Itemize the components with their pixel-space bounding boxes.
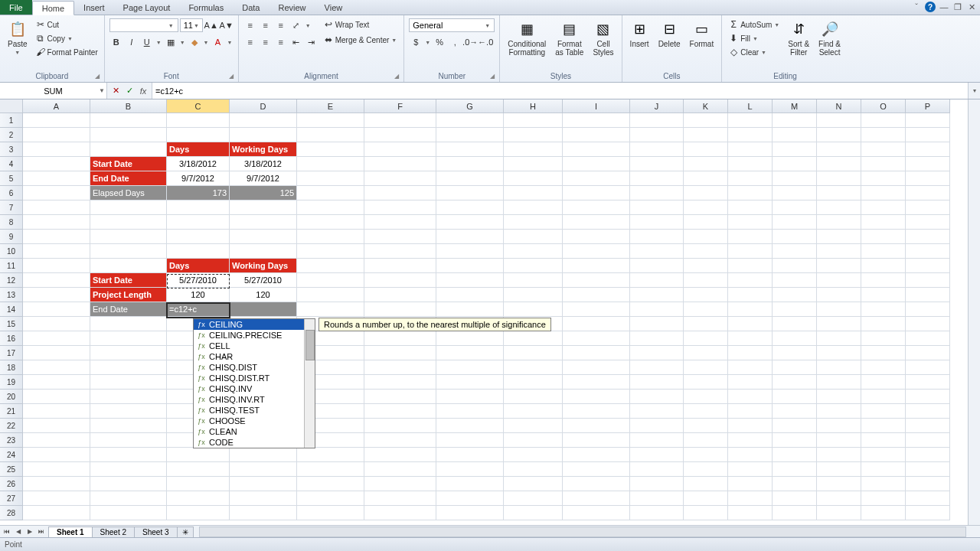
next-sheet-icon[interactable]: ▶	[24, 527, 35, 537]
column-header-F[interactable]: F	[364, 99, 436, 113]
row-header-21[interactable]: 21	[0, 404, 23, 419]
cell[interactable]	[728, 477, 773, 491]
cell[interactable]	[364, 273, 436, 288]
cell[interactable]	[364, 302, 436, 317]
cell[interactable]	[861, 186, 906, 201]
align-bottom-icon[interactable]: ≡	[274, 18, 288, 32]
cell[interactable]	[817, 113, 861, 128]
tab-review[interactable]: Review	[269, 0, 315, 15]
align-center-icon[interactable]: ≡	[259, 35, 273, 49]
cell[interactable]	[630, 448, 684, 462]
cell[interactable]	[861, 171, 906, 186]
cell[interactable]	[728, 215, 773, 230]
cell[interactable]	[90, 448, 167, 462]
cell[interactable]	[563, 142, 630, 157]
cell[interactable]	[684, 419, 728, 433]
cell[interactable]	[230, 113, 297, 128]
cell[interactable]	[436, 157, 504, 171]
cell[interactable]	[684, 186, 728, 201]
cell[interactable]: 173	[167, 186, 230, 201]
cell[interactable]	[297, 171, 364, 186]
cell[interactable]	[364, 375, 436, 390]
cell[interactable]	[728, 491, 773, 506]
cell[interactable]	[861, 113, 906, 128]
cell[interactable]	[23, 230, 90, 244]
cell[interactable]	[684, 317, 728, 331]
cell[interactable]	[728, 506, 773, 520]
cell[interactable]	[630, 201, 684, 215]
cell[interactable]	[773, 317, 817, 331]
cell[interactable]	[364, 360, 436, 375]
cell[interactable]	[861, 390, 906, 404]
cell[interactable]: Days	[167, 259, 230, 273]
cell[interactable]	[436, 506, 504, 520]
cell[interactable]	[817, 390, 861, 404]
cell[interactable]	[906, 448, 950, 462]
vertical-scrollbar[interactable]	[968, 99, 980, 525]
scrollbar[interactable]	[304, 319, 315, 448]
increase-indent-icon[interactable]: ⇥	[305, 35, 318, 49]
cell[interactable]	[906, 288, 950, 302]
new-sheet-button[interactable]: ✳	[177, 527, 194, 537]
cell[interactable]	[906, 215, 950, 230]
cell[interactable]	[630, 157, 684, 171]
autocomplete-item[interactable]: ƒxCHISQ.TEST	[194, 405, 315, 416]
cell[interactable]	[23, 142, 90, 157]
cell[interactable]	[630, 346, 684, 360]
cell[interactable]	[773, 171, 817, 186]
cell[interactable]	[684, 273, 728, 288]
cell[interactable]	[23, 186, 90, 201]
cell[interactable]	[817, 171, 861, 186]
column-headers[interactable]: ABCDEFGHIJKLMNOP	[23, 99, 950, 113]
cell[interactable]	[23, 477, 90, 491]
spreadsheet-grid[interactable]: ABCDEFGHIJKLMNOP 12345678910111213141516…	[0, 99, 980, 525]
cell[interactable]	[23, 273, 90, 288]
cell[interactable]	[817, 506, 861, 520]
clear-button[interactable]: ◇Clear▼	[727, 46, 782, 58]
cell[interactable]	[630, 259, 684, 273]
cell[interactable]	[773, 230, 817, 244]
cell[interactable]	[817, 491, 861, 506]
autocomplete-item[interactable]: ƒxCLEAN	[194, 426, 315, 437]
cell[interactable]	[773, 273, 817, 288]
bold-button[interactable]: B	[109, 35, 123, 49]
cell[interactable]	[684, 375, 728, 390]
cell[interactable]	[906, 230, 950, 244]
cell[interactable]	[630, 113, 684, 128]
cell[interactable]	[817, 317, 861, 331]
cell[interactable]	[728, 419, 773, 433]
cell[interactable]	[436, 346, 504, 360]
cell[interactable]	[90, 491, 167, 506]
paste-button[interactable]: 📋 Paste ▼	[5, 18, 31, 57]
sheet-tab-2[interactable]: Sheet 2	[92, 527, 135, 537]
cell[interactable]	[230, 215, 297, 230]
cell[interactable]	[364, 201, 436, 215]
cell[interactable]	[504, 506, 563, 520]
cell[interactable]	[504, 157, 563, 171]
cell[interactable]	[364, 259, 436, 273]
cell[interactable]	[728, 346, 773, 360]
cell[interactable]	[773, 346, 817, 360]
cell[interactable]	[906, 157, 950, 171]
column-header-C[interactable]: C	[167, 99, 230, 113]
cell[interactable]	[817, 331, 861, 346]
cell[interactable]	[861, 201, 906, 215]
conditional-formatting-button[interactable]: ▦Conditional Formatting	[505, 18, 549, 58]
cell[interactable]	[684, 491, 728, 506]
accounting-format-icon[interactable]: $	[409, 35, 423, 49]
cell[interactable]	[773, 215, 817, 230]
cell[interactable]	[297, 128, 364, 142]
cell[interactable]	[23, 259, 90, 273]
cell[interactable]	[861, 331, 906, 346]
cell[interactable]	[728, 360, 773, 375]
cell[interactable]	[684, 433, 728, 448]
cell[interactable]	[728, 201, 773, 215]
cell[interactable]	[504, 113, 563, 128]
cell[interactable]	[364, 462, 436, 477]
cell[interactable]	[906, 375, 950, 390]
cell[interactable]	[684, 390, 728, 404]
cell[interactable]	[90, 390, 167, 404]
cell[interactable]	[364, 433, 436, 448]
row-header-14[interactable]: 14	[0, 302, 23, 317]
cell[interactable]	[773, 288, 817, 302]
